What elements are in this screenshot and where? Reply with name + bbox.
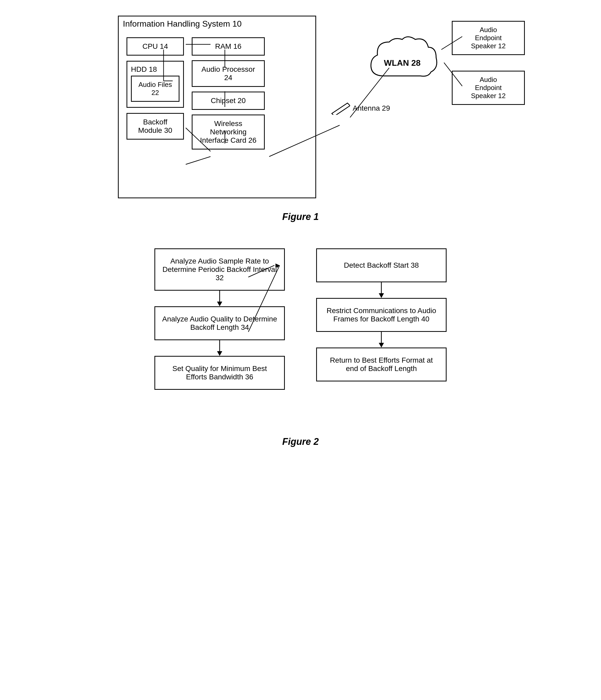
flow-box-restrict-comms: Restrict Communications to Audio Frames … — [316, 298, 447, 332]
down-arrow-1-icon — [216, 291, 224, 306]
down-arrow-4-icon — [377, 332, 385, 348]
figure1-caption: Figure 1 — [282, 211, 319, 222]
flow-right-column: Detect Backoff Start 38 Restrict Communi… — [316, 248, 447, 381]
svg-marker-16 — [217, 351, 222, 356]
right-section: Antenna 29 WLAN 28 Au — [337, 16, 483, 115]
cpu-box: CPU 14 — [126, 37, 184, 55]
detect-backoff-text: Detect Backoff Start 38 — [344, 261, 419, 270]
flow-box-analyze-quality: Analyze Audio Quality to Determine Backo… — [154, 306, 285, 340]
audio-files-box: Audio Files 22 — [131, 76, 179, 102]
audio-endpoints-col: AudioEndpointSpeaker 12 AudioEndpointSpe… — [452, 21, 525, 105]
ihs-inner: CPU 14 HDD 18 Audio Files 22 Backoff Mod… — [126, 37, 307, 150]
audio-endpoint-1-box: AudioEndpointSpeaker 12 — [452, 21, 525, 55]
analyze-sample-rate-text: Analyze Audio Sample Rate to Determine P… — [161, 257, 278, 282]
figure1-container: Information Handling System 10 CPU 14 HD… — [21, 16, 580, 222]
audio-endpoint-2-box: AudioEndpointSpeaker 12 — [452, 71, 525, 105]
antenna-icon — [329, 102, 350, 115]
flow-box-analyze-sample-rate: Analyze Audio Sample Rate to Determine P… — [154, 248, 285, 291]
restrict-comms-text: Restrict Communications to Audio Frames … — [323, 306, 440, 323]
flow-arrow-1 — [216, 291, 224, 306]
svg-marker-20 — [379, 343, 384, 348]
cloud-container: WLAN 28 — [363, 34, 441, 92]
flow-arrow-3 — [377, 282, 385, 298]
flow-box-detect-backoff: Detect Backoff Start 38 — [316, 248, 447, 282]
ihs-left-col: CPU 14 HDD 18 Audio Files 22 Backoff Mod… — [126, 37, 184, 150]
ihs-right-col: RAM 16 Audio Processor 24 Chipset 20 Wir… — [192, 37, 265, 150]
svg-marker-14 — [217, 302, 222, 306]
audio-processor-box: Audio Processor 24 — [192, 60, 265, 87]
audio-endpoint-1-text: AudioEndpointSpeaker 12 — [471, 26, 506, 50]
flow-arrow-4 — [377, 332, 385, 348]
set-quality-text: Set Quality for Minimum Best Efforts Ban… — [161, 365, 278, 381]
ihs-title: Information Handling System 10 — [123, 19, 242, 29]
flow-arrow-2 — [216, 340, 224, 356]
flow-left-column: Analyze Audio Sample Rate to Determine P… — [154, 248, 285, 390]
hdd-title: HDD 18 — [131, 65, 179, 74]
figure1-diagram: Information Handling System 10 CPU 14 HD… — [118, 16, 483, 198]
figure2-caption: Figure 2 — [282, 436, 319, 447]
figure2-diagram: Analyze Audio Sample Rate to Determine P… — [118, 248, 483, 390]
wlan-label: WLAN 28 — [384, 58, 421, 68]
down-arrow-2-icon — [216, 340, 224, 356]
ram-box: RAM 16 — [192, 37, 265, 55]
down-arrow-3-icon — [377, 282, 385, 298]
svg-marker-18 — [379, 293, 384, 298]
return-best-efforts-text: Return to Best Efforts Format at end of … — [323, 356, 440, 373]
ihs-box: Information Handling System 10 CPU 14 HD… — [118, 16, 316, 198]
chipset-box: Chipset 20 — [192, 92, 265, 110]
hdd-box: HDD 18 Audio Files 22 — [126, 61, 184, 108]
figure2-wrapper: Analyze Audio Sample Rate to Determine P… — [118, 248, 483, 431]
analyze-quality-text: Analyze Audio Quality to Determine Backo… — [161, 315, 278, 332]
figure2-container: Analyze Audio Sample Rate to Determine P… — [21, 248, 580, 447]
flow-box-return-best-efforts: Return to Best Efforts Format at end of … — [316, 348, 447, 381]
figure1-wrapper: Information Handling System 10 CPU 14 HD… — [118, 16, 483, 206]
flow-box-set-quality: Set Quality for Minimum Best Efforts Ban… — [154, 356, 285, 390]
audio-endpoint-2-text: AudioEndpointSpeaker 12 — [471, 76, 506, 100]
wlan-area: WLAN 28 AudioEndpointSpeaker 12 AudioEnd… — [363, 21, 525, 105]
antenna-label: Antenna 29 — [353, 104, 390, 112]
wireless-card-box: Wireless Networking Interface Card 26 — [192, 115, 265, 150]
backoff-module-box: Backoff Module 30 — [126, 113, 184, 140]
svg-marker-0 — [332, 103, 350, 115]
